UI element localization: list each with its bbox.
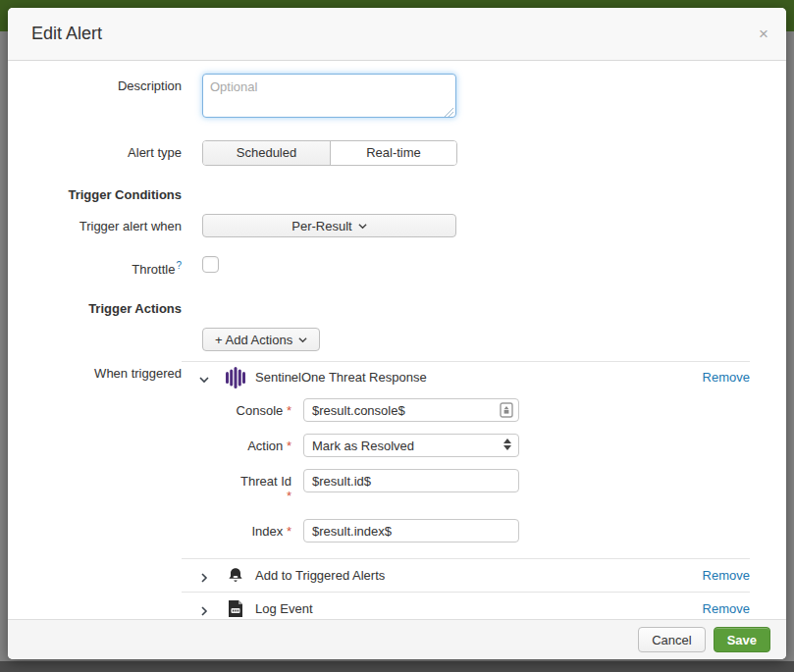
modal-body: Description Alert type Scheduled Real-ti…: [8, 61, 786, 619]
sentinelone-logo-icon: [225, 366, 246, 389]
expand-chevron-icon[interactable]: [199, 571, 209, 581]
action-name: Add to Triggered Alerts: [255, 568, 385, 583]
remove-action-link[interactable]: Remove: [703, 601, 750, 616]
alert-type-scheduled-button[interactable]: Scheduled: [203, 141, 330, 165]
close-icon[interactable]: ×: [757, 22, 770, 46]
action-name: SentinelOne Threat Response: [255, 370, 427, 385]
threat-id-label: Threat Id *: [182, 469, 291, 503]
alert-type-realtime-button[interactable]: Real-time: [330, 141, 456, 165]
modal-header: Edit Alert ×: [8, 8, 786, 61]
modal-footer: Cancel Save: [8, 619, 786, 659]
expand-chevron-icon[interactable]: [199, 604, 209, 614]
alert-type-toggle: Scheduled Real-time: [202, 140, 457, 166]
trigger-alert-when-dropdown[interactable]: Per-Result: [202, 214, 456, 237]
page-background-strip: [0, 661, 794, 672]
cancel-button[interactable]: Cancel: [638, 627, 705, 652]
add-actions-button[interactable]: + Add Actions: [202, 328, 320, 351]
modal-title: Edit Alert: [31, 24, 102, 44]
description-label: Description: [8, 74, 182, 121]
when-triggered-label: When triggered: [8, 361, 182, 619]
action-select[interactable]: Mark as Resolved: [303, 434, 519, 457]
action-name: Log Event: [255, 601, 313, 616]
select-spinner-icon: [503, 439, 511, 450]
trigger-alert-when-label: Trigger alert when: [8, 214, 182, 237]
remove-action-link[interactable]: Remove: [703, 370, 750, 385]
log-document-icon: [225, 597, 246, 619]
alert-type-label: Alert type: [8, 140, 182, 166]
chevron-down-icon: [358, 222, 367, 231]
remove-action-link[interactable]: Remove: [703, 568, 750, 583]
bell-icon: [225, 564, 246, 588]
action-row-triggered-alerts: Add to Triggered Alerts Remove: [182, 558, 750, 592]
autofill-icon[interactable]: [500, 402, 513, 421]
console-input[interactable]: $result.console$: [303, 398, 519, 422]
edit-alert-modal: Edit Alert × Description Alert type Sche…: [8, 8, 786, 659]
index-input[interactable]: $result.index$: [303, 519, 519, 543]
index-label: Index *: [182, 519, 291, 543]
throttle-label: Throttle?: [8, 253, 182, 278]
save-button[interactable]: Save: [714, 627, 770, 652]
trigger-conditions-header: Trigger Conditions: [8, 187, 182, 202]
action-row-sentinelone: SentinelOne Threat Response Remove Conso…: [182, 361, 750, 558]
chevron-down-icon: [298, 336, 307, 344]
trigger-actions-header: Trigger Actions: [8, 301, 182, 316]
throttle-help-icon[interactable]: ?: [176, 260, 182, 271]
collapse-chevron-icon[interactable]: [199, 373, 209, 383]
action-label: Action *: [182, 434, 291, 457]
threat-id-input[interactable]: $result.id$: [303, 469, 519, 492]
throttle-checkbox[interactable]: [202, 256, 219, 273]
action-row-log-event: Log Event Remove: [182, 592, 750, 619]
trigger-actions-list: SentinelOne Threat Response Remove Conso…: [182, 361, 750, 619]
description-input[interactable]: [202, 74, 456, 118]
console-label: Console *: [182, 398, 291, 422]
